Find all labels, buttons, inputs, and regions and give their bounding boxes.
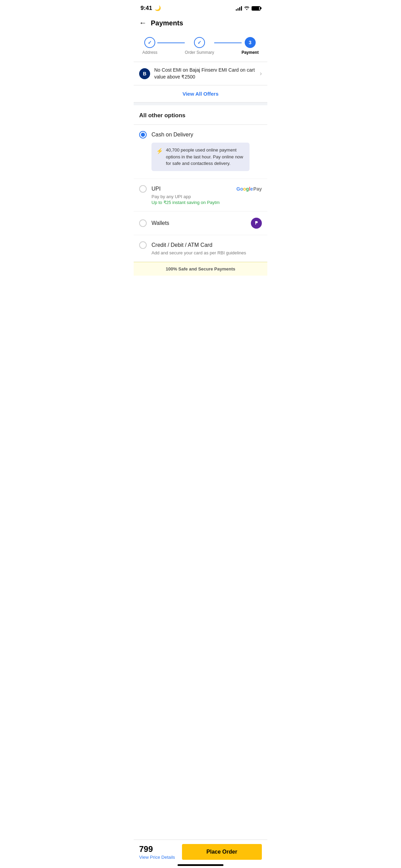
emi-banner[interactable]: B No Cost EMI on Bajaj Finserv EMI Card …	[134, 62, 267, 85]
radio-cod[interactable]	[139, 131, 147, 138]
status-time: 9:41 🌙	[141, 5, 161, 12]
payment-option-cod[interactable]: Cash on Delivery ⚡ 40,700 people used on…	[134, 125, 267, 179]
radio-wallets[interactable]	[139, 219, 147, 227]
radio-upi[interactable]	[139, 185, 147, 193]
status-icons	[236, 5, 260, 11]
payment-option-card[interactable]: Credit / Debit / ATM Card Add and secure…	[134, 235, 267, 262]
radio-card[interactable]	[139, 241, 147, 249]
step-order-label: Order Summary	[185, 50, 214, 55]
signal-icon	[236, 6, 242, 11]
card-sub-text: Add and secure your card as per RBI guid…	[151, 250, 262, 255]
back-button[interactable]: ←	[139, 19, 147, 27]
header: ← Payments	[134, 14, 267, 33]
security-banner: 100% Safe and Secure Payments	[134, 262, 267, 276]
step-payment-label: Payment	[242, 50, 259, 55]
progress-steps: ✓ Address ✓ Order Summary 3 Payment	[134, 33, 267, 62]
card-label: Credit / Debit / ATM Card	[151, 242, 262, 248]
thick-divider	[134, 103, 267, 105]
upi-label: UPI	[151, 186, 236, 192]
phonepe-logo: ₱	[251, 218, 262, 229]
step-payment: 3 Payment	[242, 37, 259, 55]
radio-cod-inner	[141, 133, 145, 137]
page-title: Payments	[151, 19, 183, 27]
step-address-label: Address	[142, 50, 157, 55]
cod-notice-text: 40,700 people used online payment option…	[166, 147, 245, 167]
view-all-offers-button[interactable]: View All Offers	[134, 85, 267, 103]
step-address-circle: ✓	[144, 37, 155, 48]
step-order-summary: ✓ Order Summary	[185, 37, 214, 55]
gpay-logo: Google Pay	[236, 186, 262, 192]
lightning-icon: ⚡	[156, 147, 163, 155]
wallets-label: Wallets	[151, 220, 251, 226]
upi-offer-text: Up to ₹25 instant saving on Paytm	[151, 200, 262, 205]
emi-chevron-icon: ›	[260, 70, 262, 77]
emi-text: No Cost EMI on Bajaj Finserv EMI Card on…	[154, 67, 257, 80]
moon-icon: 🌙	[155, 5, 161, 11]
bajaj-icon: B	[139, 68, 150, 79]
step-address: ✓ Address	[142, 37, 157, 55]
step-line-1	[157, 43, 185, 43]
status-bar: 9:41 🌙	[134, 0, 267, 14]
payment-option-upi[interactable]: UPI Google Pay Pay by any UPI app Up to …	[134, 179, 267, 212]
step-payment-circle: 3	[245, 37, 256, 48]
battery-icon	[252, 6, 260, 11]
step-line-2	[214, 43, 242, 43]
step-order-circle: ✓	[194, 37, 205, 48]
section-title: All other options	[134, 105, 267, 124]
cod-notice: ⚡ 40,700 people used online payment opti…	[151, 143, 250, 171]
payment-option-wallets[interactable]: Wallets ₱	[134, 212, 267, 235]
cod-label: Cash on Delivery	[151, 132, 262, 138]
wifi-icon	[244, 5, 250, 11]
upi-sub-text: Pay by any UPI app	[151, 194, 262, 199]
upi-sub: Pay by any UPI app Up to ₹25 instant sav…	[151, 194, 262, 205]
